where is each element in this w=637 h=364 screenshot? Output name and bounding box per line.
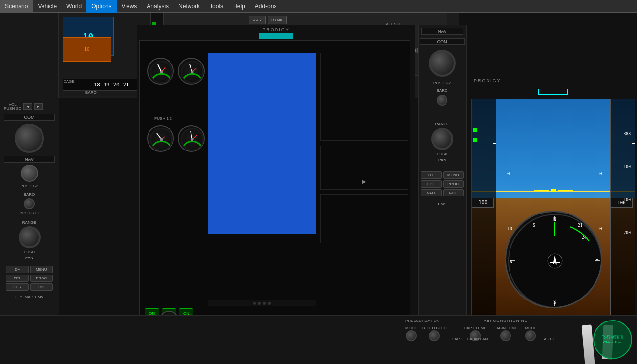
gauge-1 — [147, 58, 174, 85]
nav-box-right-top: NAV — [421, 28, 463, 35]
speed-tick-4 — [493, 231, 496, 231]
cabin-temp-label: CABIN TEMP — [494, 326, 518, 330]
com-box-right-top: COM — [420, 38, 465, 45]
left-h-arrow[interactable]: ◄ — [23, 103, 32, 110]
menu-tools[interactable]: Tools — [205, 0, 228, 13]
watermark: 飞行者联盟 China Flier — [593, 320, 632, 359]
gps-map-label: GPS MAP — [15, 295, 33, 299]
range-label-left: RANGE — [22, 220, 36, 225]
menu-options[interactable]: Options — [86, 0, 116, 13]
blue-screen — [208, 53, 316, 234]
clr-btn-right[interactable]: CLR — [421, 189, 442, 196]
alt-tick-3 — [632, 187, 635, 187]
svg-text:W: W — [510, 259, 513, 264]
range-knob-right[interactable] — [431, 128, 453, 150]
menu-btn-right[interactable]: MENU — [443, 171, 464, 179]
menu-analysis[interactable]: Analysis — [142, 0, 173, 13]
menu-views[interactable]: Views — [117, 0, 142, 13]
menu-help[interactable]: Help — [228, 0, 250, 13]
baro-left: BARO — [24, 193, 35, 197]
gauge-3 — [147, 125, 174, 152]
fpl-btn-left[interactable]: FPL — [6, 275, 29, 282]
alt-num-mid: 100 — [624, 165, 631, 169]
nav-knob-left[interactable] — [21, 165, 38, 182]
vol-push-label: VOL — [9, 102, 17, 107]
compass-bg: N S W E S 21 24 — [505, 211, 602, 308]
pitch-line-0 — [512, 209, 594, 209]
com-box-left: COM — [4, 114, 55, 121]
menu-btn-left[interactable]: MENU — [30, 266, 53, 273]
menu-scenario[interactable]: Scenario — [0, 0, 33, 13]
mfd-teal-bar: ←→ — [259, 33, 293, 39]
alt-tick-4 — [632, 231, 635, 231]
artificial-horizon: 10 10 -10 -10 — [472, 99, 635, 318]
ent-btn-right[interactable]: ENT — [443, 189, 464, 196]
proc-btn-left[interactable]: PROC — [30, 275, 53, 282]
speed-green-bar-2 — [473, 138, 477, 142]
compass-area: N S W E S 21 24 — [505, 211, 602, 308]
pan-label-left: PAN — [25, 256, 33, 260]
clr-btn-left[interactable]: CLR — [6, 283, 29, 291]
baro-knob-left[interactable] — [24, 198, 35, 209]
cabin-fan-label: CABIN FAN — [467, 337, 488, 341]
pan-label-right: PAN — [438, 158, 446, 162]
baro-knob-right[interactable] — [437, 95, 447, 106]
capt-label-pres: CAPT — [452, 337, 462, 341]
com-knob-left[interactable] — [15, 124, 44, 153]
svg-point-3 — [160, 71, 163, 74]
speed-tick-2 — [493, 165, 496, 165]
proc-btn-right[interactable]: PROC — [443, 180, 464, 188]
pressurization-controls: MODE BLEED BOTH CAPT CABIN FAN — [405, 326, 488, 341]
speed-tick-3 — [493, 187, 496, 187]
d-plus-btn-left[interactable]: D+ — [6, 266, 29, 273]
watermark-text-en: China Flier — [603, 340, 622, 344]
vol-push-sc-label2: PUSH SC — [4, 107, 21, 111]
cabin-temp-knob[interactable] — [500, 330, 511, 341]
right-h-arrow[interactable]: ► — [34, 103, 43, 110]
cyan-indicator-top-left — [4, 17, 23, 24]
menu-vehicle[interactable]: Vehicle — [33, 0, 62, 13]
svg-point-15 — [191, 138, 193, 141]
svg-text:E: E — [595, 259, 598, 264]
alt-num-zero: -100 — [621, 198, 631, 202]
nav-box-left: NAV — [4, 156, 55, 163]
svg-text:21: 21 — [578, 223, 583, 228]
push-label-right: PUSH — [419, 152, 466, 156]
apr-btn[interactable]: APR — [249, 16, 266, 24]
mode-pres-knob[interactable] — [406, 330, 417, 341]
mode-pres-label: MODE — [405, 326, 417, 330]
sim-area: VOL PUSH ◄ ► ENC DIR 10 10 — [0, 13, 637, 364]
gauge-2 — [178, 58, 205, 85]
d-plus-btn-right[interactable]: D+ — [421, 171, 442, 179]
mode-knob[interactable] — [525, 330, 536, 341]
aircraft-wings — [534, 186, 573, 196]
amber-display: 10 — [63, 37, 111, 62]
push-1-2-label-left: PUSH 1-2 — [4, 184, 55, 188]
gauge-4 — [178, 125, 205, 152]
speed-green-bar-1 — [473, 128, 477, 132]
baro-right: BARO — [437, 88, 448, 93]
alt-num-low: -200 — [621, 231, 631, 235]
bleed-knob[interactable] — [429, 330, 440, 341]
mode-label-bottom: MODE — [525, 326, 536, 330]
alt-tape: 100 388 100 -100 -200 — [610, 99, 635, 318]
right-pfd-display: 10 10 -10 -10 — [471, 99, 635, 319]
air-cond-label: AIR CONDITIONING — [484, 319, 528, 323]
watermark-circle: 飞行者联盟 China Flier — [593, 320, 632, 359]
center-right-controls: NAV COM PUSH 1-2 BARO RANGE — [418, 25, 467, 364]
speed-tape: 100 — [472, 99, 496, 318]
menu-world[interactable]: World — [62, 0, 86, 13]
push-1-2-mfd: PUSH 1-2 — [154, 116, 172, 121]
pitch-line-10up — [512, 176, 594, 176]
pitch-num-10: 10 — [505, 171, 510, 176]
baro-label-left: BARO — [85, 90, 97, 95]
ent-btn-left[interactable]: ENT — [30, 283, 53, 291]
range-knob-left[interactable] — [19, 226, 41, 248]
bank-btn[interactable]: BANK — [268, 16, 287, 24]
fpl-btn-right[interactable]: FPL — [421, 180, 442, 188]
pressurization-section: PRESSURIZATION — [405, 319, 440, 323]
com-knob-right[interactable] — [429, 50, 456, 77]
menu-network[interactable]: Network — [173, 0, 205, 13]
menu-addons[interactable]: Add-ons — [250, 0, 282, 13]
amber-nums: 10 — [85, 47, 90, 52]
